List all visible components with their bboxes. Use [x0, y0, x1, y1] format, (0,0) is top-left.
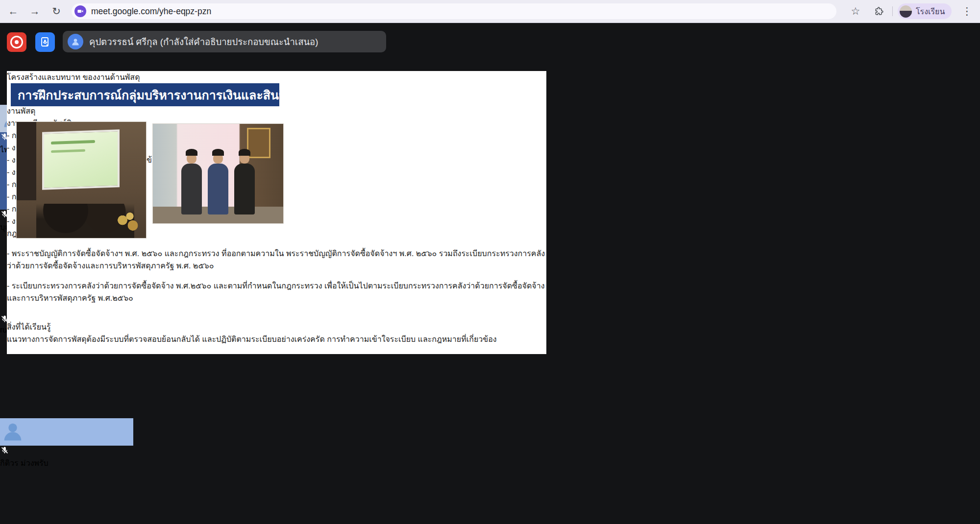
back-icon[interactable]: ← [5, 3, 22, 20]
person-avatar-icon [0, 418, 133, 446]
mic-muted-icon [0, 446, 133, 457]
screen: ← → ↻ meet.google.com/yhe-eqpz-pzn ☆ โรง… [0, 0, 980, 524]
reload-icon[interactable]: ↻ [48, 3, 65, 20]
presentation-slide: การฝึกประสบการณ์กลุ่มบริหารงานการเงินและ… [7, 71, 546, 354]
transcript-icon [39, 36, 51, 48]
profile-avatar [900, 5, 912, 18]
record-button[interactable] [7, 32, 26, 52]
record-icon [10, 36, 23, 48]
slide-title-banner: การฝึกประสบการณ์กลุ่มบริหารงานการเงินและ… [11, 83, 279, 106]
presenter-status-pill: คุปตวรรธน์ ศรีกุล (กำลังใส่คำอธิบายประกอ… [63, 31, 386, 52]
learning-heading: สิ่งที่ได้เรียนรู้ [7, 321, 546, 333]
bookmark-star-icon[interactable]: ☆ [847, 3, 864, 20]
participant-tile[interactable]: ดลนแรง•• umpaporn peerawanichkul [0, 522, 131, 524]
participant-video: ดลนแรง•• [0, 522, 131, 524]
toolbar-divider [892, 6, 893, 16]
photo-meeting-room [16, 121, 147, 238]
learning-bullet: แนวทางการจัดการพัสดุต้องมีระบบที่ตรวจสอบ… [7, 333, 546, 345]
profile-name: โรงเรียน [916, 5, 945, 18]
diagram-heading: โครงสร้างและบทบาท ของงานด้านพัสดุ [7, 71, 546, 83]
participant-tile[interactable]: กิติวร ม่วงพรับ [0, 418, 133, 522]
address-bar[interactable]: meet.google.com/yhe-eqpz-pzn [72, 3, 836, 19]
transcript-button[interactable] [35, 32, 55, 52]
browser-profile-chip[interactable]: โรงเรียน [898, 3, 952, 19]
participant-name: กิติวร ม่วงพรับ [0, 457, 133, 469]
laws-paragraphs: - พระราชบัญญัติการจัดซื้อจัดจ้างฯ พ.ศ. ๒… [7, 247, 546, 304]
presenter-avatar-icon [68, 34, 83, 49]
meet-camera-icon [74, 5, 86, 17]
browser-menu-icon[interactable]: ⋮ [958, 3, 975, 20]
slide-audio-icon[interactable] [7, 312, 546, 321]
diagram-box-supplies: งานพัสดุ [7, 105, 546, 117]
forward-icon[interactable]: → [26, 3, 43, 20]
browser-toolbar: ← → ↻ meet.google.com/yhe-eqpz-pzn ☆ โรง… [0, 0, 980, 23]
presenter-status-text: คุปตวรรธน์ ศรีกุล (กำลังใส่คำอธิบายประกอ… [89, 35, 318, 49]
extensions-icon[interactable] [871, 3, 887, 20]
photo-group-standing [152, 123, 284, 224]
url-text: meet.google.com/yhe-eqpz-pzn [91, 6, 211, 17]
